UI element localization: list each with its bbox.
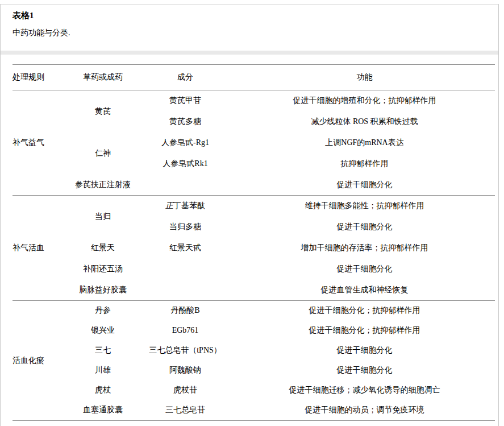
table-row: 三七 三七总皂苷（tPNS） 促进干细胞分化 — [13, 341, 495, 361]
herb-cell: 川雄 — [69, 361, 136, 380]
table-row: 银兴业 EGb761 促进干细胞分化；抗抑郁样作用 — [13, 321, 495, 341]
function-cell: 增加干细胞的存活率；抗抑郁样作用 — [234, 238, 495, 259]
herb-cell: 血塞通胶囊 — [69, 400, 136, 420]
function-cell: 促进干细胞分化 — [234, 259, 495, 280]
function-cell: 促进干细胞的增殖和分化；抗抑郁样作用 — [234, 90, 495, 111]
herb-cell: 黄芪 — [69, 90, 136, 133]
function-cell: 促进干细胞的动员；调节免疫环境 — [234, 400, 495, 420]
component-cell: 丹酚酸B — [136, 301, 234, 321]
table-row: 参芪扶正注射液 促进干细胞分化 — [13, 175, 495, 196]
herb-cell: 脑脉益好胶囊 — [69, 280, 136, 301]
component-cell: 虎杖苷 — [136, 380, 234, 400]
table-row: 活血化瘀 丹参 丹酚酸B 促进干细胞分化；抗抑郁样作用 — [13, 301, 495, 321]
function-cell: 减少线粒体 ROS 积累和铁过载 — [234, 111, 495, 133]
herb-cell: 参芪扶正注射液 — [69, 175, 136, 196]
function-cell: 促进干细胞分化 — [234, 361, 495, 380]
herb-cell: 仁神 — [69, 133, 136, 175]
table-label: 表格1 — [13, 10, 34, 20]
component-cell: 三七总皂苷 — [136, 400, 234, 420]
rule-cell: 活血化瘀 — [13, 301, 69, 420]
table-row: 补气益气 黄芪 黄芪甲苷 促进干细胞的增殖和分化；抗抑郁样作用 — [13, 90, 495, 111]
component-cell: 当归多糖 — [136, 217, 234, 238]
component-cell: 红景天甙 — [136, 238, 234, 259]
function-cell: 促进干细胞分化 — [234, 341, 495, 361]
table-row: 补阳还五汤 促进干细胞分化 — [13, 259, 495, 280]
component-cell — [136, 259, 234, 280]
table-row: 补气活血 当归 正丁基苯酞 维持干细胞多能性；抗抑郁样作用 — [13, 196, 495, 217]
section-divider-band — [1, 51, 498, 55]
rule-cell: 补气活血 — [13, 196, 69, 301]
table-row: 血塞通胶囊 三七总皂苷 促进干细胞的动员；调节免疫环境 — [13, 400, 495, 420]
component-cell — [136, 280, 234, 301]
component-cell: 黄芪甲苷 — [136, 90, 234, 111]
herb-cell: 红景天 — [69, 238, 136, 259]
table-row: 脑脉益好胶囊 促进血管生成和神经恢复 — [13, 280, 495, 301]
col-header-herb: 草药或成药 — [69, 65, 136, 90]
function-cell: 促进干细胞分化；抗抑郁样作用 — [234, 321, 495, 341]
tcm-function-table: 处理规则 草药或成药 成分 功能 补气益气 黄芪 黄芪甲苷 促进干细胞的增殖和分… — [13, 64, 495, 421]
function-cell: 抗抑郁样作用 — [234, 154, 495, 175]
function-cell: 促进干细胞分化 — [234, 217, 495, 238]
component-text: 丁基苯酞 — [173, 201, 205, 210]
herb-cell: 三七 — [69, 341, 136, 361]
function-cell: 促进血管生成和神经恢复 — [234, 280, 495, 301]
function-cell: 促进干细胞分化 — [234, 175, 495, 196]
component-cell: 人参皂甙Rk1 — [136, 154, 234, 175]
herb-cell: 当归 — [69, 196, 136, 238]
function-cell: 上调NGF的mRNA表达 — [234, 133, 495, 154]
tcm-table: 处理规则 草药或成药 成分 功能 补气益气 黄芪 黄芪甲苷 促进干细胞的增殖和分… — [13, 64, 495, 420]
component-cell: 阿魏酸钠 — [136, 361, 234, 380]
article-panel: 表格1 中药功能与分类. 处理规则 草药或成药 成分 功能 补气益气 黄芪 黄芪… — [0, 4, 499, 426]
herb-cell: 银兴业 — [69, 321, 136, 341]
component-cell: 黄芪多糖 — [136, 111, 234, 133]
function-cell: 维持干细胞多能性；抗抑郁样作用 — [234, 196, 495, 217]
col-header-component: 成分 — [136, 65, 234, 90]
rule-cell: 补气益气 — [13, 90, 69, 196]
herb-cell: 虎杖 — [69, 380, 136, 400]
table-row: 川雄 阿魏酸钠 促进干细胞分化 — [13, 361, 495, 380]
table-row: 仁神 人参皂甙-Rg1 上调NGF的mRNA表达 — [13, 133, 495, 154]
component-cell — [136, 175, 234, 196]
table-caption: 中药功能与分类. — [13, 28, 70, 38]
table-row: 虎杖 虎杖苷 促进干细胞迁移；减少氧化诱导的细胞凋亡 — [13, 380, 495, 400]
function-cell: 促进干细胞迁移；减少氧化诱导的细胞凋亡 — [234, 380, 495, 400]
table-row: 红景天 红景天甙 增加干细胞的存活率；抗抑郁样作用 — [13, 238, 495, 259]
col-header-function: 功能 — [234, 65, 495, 90]
component-cell: 三七总皂苷（tPNS） — [136, 341, 234, 361]
component-cell: 正丁基苯酞 — [136, 196, 234, 217]
herb-cell: 补阳还五汤 — [69, 259, 136, 280]
col-header-rule: 处理规则 — [13, 65, 69, 90]
function-cell: 促进干细胞分化；抗抑郁样作用 — [234, 301, 495, 321]
header-row: 处理规则 草药或成药 成分 功能 — [13, 65, 495, 90]
component-cell: 人参皂甙-Rg1 — [136, 133, 234, 154]
component-italic-prefix: 正 — [165, 201, 173, 210]
herb-cell: 丹参 — [69, 301, 136, 321]
component-cell: EGb761 — [136, 321, 234, 341]
